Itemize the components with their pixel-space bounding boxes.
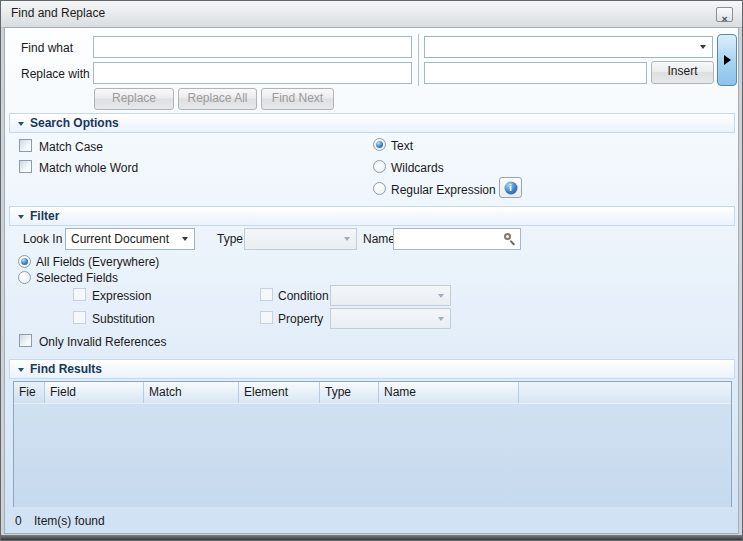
collapse-icon bbox=[18, 215, 24, 219]
column-header-match[interactable]: Match bbox=[144, 382, 239, 403]
property-dropdown[interactable] bbox=[330, 308, 451, 329]
chevron-down-icon bbox=[182, 237, 188, 241]
result-count: 0 bbox=[15, 514, 22, 529]
regex-help-button[interactable]: i bbox=[499, 177, 522, 198]
column-header-fie[interactable]: Fie bbox=[14, 382, 45, 403]
all-fields-radio[interactable] bbox=[18, 255, 31, 268]
property-checkbox[interactable] bbox=[260, 311, 273, 324]
find-results-title: Find Results bbox=[30, 362, 102, 376]
wildcards-radio[interactable] bbox=[373, 160, 386, 173]
window-bottom-edge bbox=[1, 535, 742, 540]
regular-expression-radio-label: Regular Expression bbox=[391, 183, 496, 198]
result-count-text: Item(s) found bbox=[34, 514, 105, 529]
condition-label: Condition bbox=[278, 289, 329, 304]
vertical-separator bbox=[418, 34, 419, 86]
name-input[interactable] bbox=[393, 228, 521, 250]
selected-fields-radio[interactable] bbox=[18, 271, 31, 284]
replace-with-label: Replace with bbox=[21, 67, 90, 82]
look-in-label: Look In bbox=[23, 232, 62, 247]
wildcards-radio-label: Wildcards bbox=[391, 161, 444, 176]
chevron-down-icon bbox=[438, 317, 444, 321]
property-label: Property bbox=[278, 312, 323, 327]
regular-expression-radio[interactable] bbox=[373, 182, 386, 195]
window-title: Find and Replace bbox=[11, 1, 105, 26]
collapse-icon bbox=[18, 122, 24, 126]
look-in-value: Current Document bbox=[71, 232, 169, 246]
name-label: Name bbox=[363, 232, 395, 247]
column-header-name[interactable]: Name bbox=[379, 382, 519, 403]
info-icon: i bbox=[504, 181, 517, 194]
replace-all-button[interactable]: Replace All bbox=[178, 88, 257, 110]
match-whole-word-label: Match whole Word bbox=[39, 161, 138, 176]
substitution-checkbox[interactable] bbox=[73, 311, 86, 324]
column-header-type[interactable]: Type bbox=[320, 382, 379, 403]
collapse-icon bbox=[18, 368, 24, 372]
column-header-empty bbox=[519, 382, 731, 403]
expand-panel-button[interactable] bbox=[717, 34, 737, 86]
only-invalid-references-checkbox[interactable] bbox=[19, 334, 32, 347]
chevron-down-icon bbox=[700, 45, 706, 49]
find-what-input[interactable] bbox=[93, 36, 412, 58]
replace-button[interactable]: Replace bbox=[94, 88, 174, 110]
substitution-label: Substitution bbox=[92, 312, 155, 327]
text-radio-label: Text bbox=[391, 139, 413, 154]
only-invalid-references-label: Only Invalid References bbox=[39, 335, 166, 350]
selected-fields-label: Selected Fields bbox=[36, 271, 118, 286]
match-whole-word-checkbox[interactable] bbox=[19, 160, 32, 173]
filter-title: Filter bbox=[30, 209, 59, 223]
expression-checkbox[interactable] bbox=[73, 288, 86, 301]
match-case-label: Match Case bbox=[39, 140, 103, 155]
results-table: Fie Field Match Element Type Name bbox=[13, 381, 732, 507]
find-what-label: Find what bbox=[21, 41, 73, 56]
find-and-replace-dialog: Find and Replace ✕ Find what Replace wit… bbox=[0, 0, 743, 541]
condition-dropdown[interactable] bbox=[330, 285, 451, 306]
insert-button[interactable]: Insert bbox=[651, 61, 714, 84]
chevron-down-icon bbox=[438, 294, 444, 298]
expression-input[interactable] bbox=[424, 62, 647, 84]
expression-dropdown[interactable] bbox=[424, 36, 713, 58]
find-next-button[interactable]: Find Next bbox=[261, 88, 334, 110]
type-label: Type bbox=[217, 232, 243, 247]
title-bar[interactable]: Find and Replace ✕ bbox=[1, 1, 742, 28]
expression-label: Expression bbox=[92, 289, 151, 304]
search-options-title: Search Options bbox=[30, 116, 119, 130]
match-case-checkbox[interactable] bbox=[19, 139, 32, 152]
results-list[interactable] bbox=[14, 404, 731, 507]
text-radio[interactable] bbox=[373, 138, 386, 151]
close-icon: ✕ bbox=[721, 15, 728, 24]
look-in-dropdown[interactable]: Current Document bbox=[65, 228, 195, 250]
find-results-header[interactable]: Find Results bbox=[9, 359, 735, 379]
search-icon[interactable] bbox=[503, 232, 518, 247]
search-options-header[interactable]: Search Options bbox=[9, 113, 735, 133]
results-table-header: Fie Field Match Element Type Name bbox=[14, 382, 731, 404]
type-dropdown[interactable] bbox=[244, 228, 357, 250]
column-header-element[interactable]: Element bbox=[239, 382, 320, 403]
replace-with-input[interactable] bbox=[93, 62, 412, 84]
chevron-down-icon bbox=[344, 237, 350, 241]
close-button[interactable]: ✕ bbox=[716, 7, 733, 22]
condition-checkbox[interactable] bbox=[260, 288, 273, 301]
filter-header[interactable]: Filter bbox=[9, 206, 735, 226]
column-header-field[interactable]: Field bbox=[45, 382, 144, 403]
all-fields-label: All Fields (Everywhere) bbox=[36, 255, 159, 270]
